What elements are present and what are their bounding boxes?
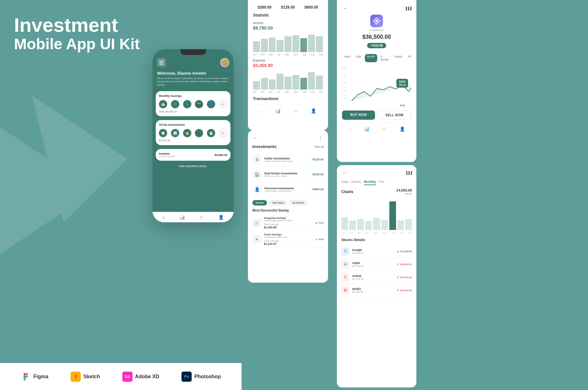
- period-tab-daily[interactable]: Daily: [341, 179, 348, 185]
- dollar-investment-sub: Integer vel turpis malesuada: [264, 160, 309, 162]
- savings-total: Total: $2,450.00: [159, 110, 227, 113]
- inv-icon-4[interactable]: 📞: [195, 129, 203, 137]
- inv-icon-5[interactable]: 📋: [207, 129, 215, 137]
- travel-saving-icon: ✈: [252, 235, 261, 244]
- stats-nav-home[interactable]: ⌂: [260, 108, 262, 113]
- period-tab-yearly[interactable]: Yea...: [379, 179, 386, 185]
- savings-icon-1[interactable]: 📅: [159, 100, 167, 108]
- tab-stocks[interactable]: Stocks: [252, 200, 267, 205]
- top-metrics-strip: $280.00 $129.00 $900.00: [253, 5, 323, 10]
- company-back-button[interactable]: ←: [342, 5, 348, 11]
- svg-rect-6: [24, 375, 26, 378]
- stats-nav-chart[interactable]: 📊: [275, 108, 281, 113]
- line-chart: 9007005003001000 $200 %1.9 July: [342, 66, 411, 107]
- tab-top-value[interactable]: Top Value: [269, 200, 287, 205]
- realestate-investment-icon: 🏠: [252, 170, 262, 179]
- company-stock-change: +%32.56: [367, 43, 386, 48]
- tab-day[interactable]: Day: [354, 54, 364, 62]
- buy-now-button[interactable]: BUY NOW: [342, 111, 375, 120]
- figma-label: Figma: [33, 374, 48, 380]
- dollar-investment-icon: $: [252, 155, 262, 164]
- monthly-savings-title: Monthly Savings: [159, 94, 227, 97]
- income-label: Income: [253, 21, 323, 25]
- personal-investment-icon: 👤: [252, 185, 262, 194]
- apple-change: ▼ %0,900.87: [397, 263, 412, 266]
- tab-yearly[interactable]: Yearly: [392, 54, 405, 62]
- shopping-total-value: $1,200.89: [264, 226, 313, 229]
- netflix-change: ▼ %0,432.42: [397, 289, 412, 292]
- charts-more-button[interactable]: ▐▐▐: [405, 171, 412, 175]
- sketch-icon: [71, 372, 81, 382]
- personal-investment-value: +$500,00: [311, 188, 324, 191]
- airbnb-info: Airbnb $2,459.90: [352, 274, 394, 280]
- welcome-name: Welcome, Dianne Ameter: [157, 71, 229, 76]
- google-change: ▲ %1,200.60: [397, 250, 412, 253]
- apple-logo: A: [341, 260, 350, 268]
- chart-tooltip: $200 %1.9: [396, 79, 408, 88]
- savings-icon-3[interactable]: ~: [183, 100, 191, 108]
- income-chart: [253, 33, 323, 52]
- nav-settings-icon[interactable]: ⚙: [200, 215, 204, 220]
- xd-icon: Xd: [122, 372, 133, 382]
- sell-now-button[interactable]: SELL NOW: [378, 111, 411, 120]
- tab-6month[interactable]: 6 Month: [379, 54, 391, 62]
- welcome-desc: Mauris vel elit vel augue consectetur ac…: [157, 77, 229, 86]
- inv-icon-add[interactable]: +: [219, 129, 227, 137]
- tab-hour[interactable]: Hour: [342, 54, 353, 62]
- netflix-info: Netflix $2,459.90: [352, 287, 394, 293]
- dollar-investment-info: Dollar Investments Integer vel turpis ma…: [264, 157, 309, 162]
- svg-marker-1: [32, 95, 127, 222]
- period-tab-weekly[interactable]: Weekly: [351, 179, 361, 185]
- phone-mockup: Welcome, Dianne Ameter Mauris vel elit v…: [153, 49, 234, 222]
- stats-nav-profile[interactable]: 👤: [311, 108, 316, 113]
- menu-icon[interactable]: [157, 58, 166, 67]
- savings-icon-2[interactable]: ♡: [171, 100, 179, 108]
- investments-back-button[interactable]: ←: [252, 135, 259, 141]
- investments-more-button[interactable]: ⋮: [317, 135, 324, 141]
- nav-home-icon[interactable]: ⌂: [162, 215, 165, 220]
- shopping-saving-name: Shopping Savings: [264, 217, 313, 219]
- savings-icon-5[interactable]: 👤: [207, 100, 215, 108]
- most-successful-title: Most Successful Saving: [252, 209, 324, 212]
- netflix-name: Netflix: [352, 287, 394, 291]
- shopping-saving-sub: Pellentesque pretium ornare: [264, 219, 313, 222]
- apple-info: Apple $1,309.53: [352, 261, 394, 267]
- company-more-button[interactable]: ▐▐▐: [405, 5, 411, 11]
- company-nav-chart[interactable]: 📊: [364, 126, 369, 131]
- stats-nav-settings[interactable]: ⚙: [294, 108, 298, 113]
- savings-icon-4[interactable]: 📷: [195, 100, 203, 108]
- monthly-savings-card: Monthly Savings 📅 ♡ ~ 📷 👤 + Total: $2,45…: [156, 91, 230, 116]
- nav-profile-icon[interactable]: 👤: [218, 215, 224, 220]
- add-savings-button[interactable]: ADD SAVINGS GOAL: [156, 163, 230, 170]
- expense-label: Expense: [253, 59, 323, 62]
- action-buttons: BUY NOW SELL NOW: [342, 111, 411, 120]
- metric-value-3: $900.00: [304, 5, 318, 10]
- tab-all[interactable]: All: [406, 54, 413, 62]
- tab-month[interactable]: Month: [365, 54, 377, 62]
- personal-investment-info: Personal Investments Suspendisse ultrice…: [264, 187, 309, 192]
- company-panel-header: ← ▐▐▐: [342, 5, 411, 11]
- see-all-link[interactable]: See all: [315, 145, 324, 148]
- inv-icon-1[interactable]: 📈: [159, 129, 167, 137]
- brand-sketch: Sketch: [71, 372, 100, 382]
- nav-chart-icon[interactable]: 📊: [180, 215, 185, 220]
- company-nav-profile[interactable]: 👤: [400, 126, 405, 131]
- bar-chart-x-labels: JanFebMarAprMayJuneJulyAugSep: [341, 232, 412, 234]
- phone-content: Welcome, Dianne Ameter Mauris vel elit v…: [153, 49, 234, 222]
- period-tab-monthly[interactable]: Monthly: [364, 179, 376, 185]
- savings-icon-add[interactable]: +: [219, 100, 227, 108]
- realestate-investment-sub: Massa in auctor lectus: [264, 175, 309, 177]
- svg-point-3: [375, 20, 378, 22]
- expense-chart-labels: JanFebMarAprMayJuneJulyAugSep: [253, 91, 323, 93]
- company-nav-settings[interactable]: ⚙: [382, 126, 386, 131]
- tab-all-funds[interactable]: All Funds: [289, 200, 307, 205]
- charts-back-button[interactable]: ←: [341, 170, 348, 176]
- inv-icon-2[interactable]: 📊: [171, 129, 179, 137]
- metric-item-1: $280.00: [258, 5, 271, 10]
- expense-chart: [253, 71, 323, 90]
- avatar[interactable]: [220, 58, 229, 67]
- tooltip-pct: %1.9: [399, 83, 406, 86]
- netflix-price: $2,459.90: [352, 291, 394, 293]
- inv-icon-3[interactable]: 🏠: [183, 129, 191, 137]
- company-nav-home[interactable]: ⌂: [348, 126, 351, 131]
